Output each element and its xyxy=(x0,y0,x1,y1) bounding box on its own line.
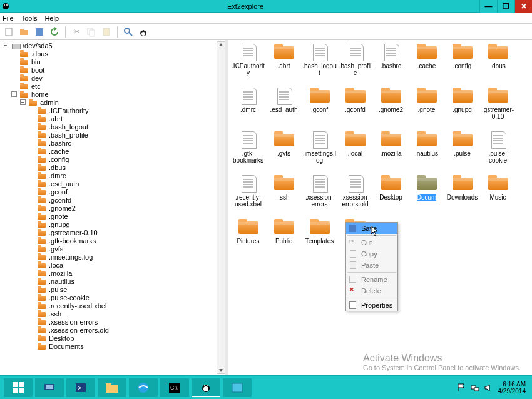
grid-item[interactable]: Templates xyxy=(302,218,337,255)
grid-item[interactable]: .xsession-errors.old xyxy=(337,174,373,211)
task-server-manager[interactable] xyxy=(35,378,64,397)
tree-node[interactable]: .gnote xyxy=(3,212,225,220)
tree-node[interactable]: .gconfd xyxy=(3,196,225,204)
tree-node[interactable]: bin xyxy=(3,58,225,66)
grid-item[interactable]: .gstreamer-0.10 xyxy=(480,86,516,124)
tree-node[interactable]: .bash_profile xyxy=(3,131,225,139)
task-powershell[interactable]: >_ xyxy=(66,378,95,397)
menu-tools[interactable]: Tools xyxy=(21,14,38,22)
ctx-paste[interactable]: Paste xyxy=(346,260,397,271)
tree-node[interactable]: .xsession-errors xyxy=(3,318,225,326)
grid-item[interactable]: .bashrc xyxy=(373,43,409,80)
task-app[interactable] xyxy=(223,378,252,397)
grid-item[interactable]: .abrt xyxy=(266,43,302,80)
tree-node[interactable]: .gnupg xyxy=(3,220,225,228)
tree-node[interactable]: .nautilus xyxy=(3,277,225,285)
tree-node[interactable]: .imsettings.log xyxy=(3,253,225,261)
task-cmd[interactable]: C:\ xyxy=(160,378,189,397)
tree-node[interactable]: Documents xyxy=(3,342,225,350)
menu-file[interactable]: File xyxy=(3,14,14,22)
grid-item[interactable]: .xsession-errors xyxy=(302,174,337,211)
tree-node[interactable]: –/dev/sda5 xyxy=(3,41,225,49)
tree-node[interactable]: .bashrc xyxy=(3,139,225,147)
menu-help[interactable]: Help xyxy=(44,14,59,22)
tree-node[interactable]: –home xyxy=(3,90,225,98)
paste-icon[interactable] xyxy=(101,26,112,38)
task-explorer[interactable] xyxy=(98,378,126,397)
task-ext2explore[interactable] xyxy=(192,378,220,397)
grid-item[interactable]: .gconfd xyxy=(337,86,373,124)
search-icon[interactable] xyxy=(123,26,134,38)
grid-item[interactable]: Downloads xyxy=(444,174,480,211)
grid-item[interactable]: .local xyxy=(337,130,373,168)
tree-node[interactable]: .recently-used.xbel xyxy=(3,301,225,310)
ctx-properties[interactable]: Properties xyxy=(346,300,397,311)
tree-node[interactable]: etc xyxy=(3,82,225,90)
grid-item[interactable]: Public xyxy=(266,218,302,255)
tree-node[interactable]: .abrt xyxy=(3,114,225,123)
grid-item[interactable]: .mozilla xyxy=(373,130,409,168)
save-icon[interactable] xyxy=(34,26,45,38)
start-button[interactable] xyxy=(4,378,33,397)
tree-node[interactable]: .gnome2 xyxy=(3,204,225,212)
maximize-button[interactable]: ❐ xyxy=(497,0,514,13)
tree-node[interactable]: .gconf xyxy=(3,188,225,196)
grid-item[interactable]: .bash_logout xyxy=(302,43,337,80)
expand-icon[interactable]: – xyxy=(20,99,26,105)
tree-node[interactable]: –admin xyxy=(3,98,225,106)
minimize-button[interactable]: — xyxy=(479,0,497,13)
grid-item[interactable]: Music xyxy=(480,174,516,211)
grid-item[interactable]: .config xyxy=(444,43,480,80)
task-ie[interactable] xyxy=(129,378,158,397)
grid-item[interactable]: .ssh xyxy=(266,174,302,211)
copy-icon[interactable] xyxy=(86,26,97,38)
ctx-delete[interactable]: Delete xyxy=(346,285,397,296)
grid-item[interactable]: .gnome2 xyxy=(373,86,409,124)
tree-node[interactable]: Desktop xyxy=(3,334,225,342)
grid-item[interactable]: .gconf xyxy=(302,86,337,124)
tree-pane[interactable]: –/dev/sda5.dbusbinbootdevetc–home–admin.… xyxy=(0,40,228,375)
ctx-rename[interactable]: Rename xyxy=(346,274,397,285)
grid-item[interactable]: .ICEauthority xyxy=(230,43,266,80)
ctx-cut[interactable]: Cut xyxy=(346,237,397,248)
tree-node[interactable]: .pulse xyxy=(3,285,225,293)
tree-node[interactable]: .local xyxy=(3,261,225,269)
cut-icon[interactable]: ✂ xyxy=(71,26,82,38)
grid-item[interactable]: Docum xyxy=(409,174,444,211)
new-icon[interactable] xyxy=(4,26,15,38)
tree-node[interactable]: boot xyxy=(3,66,225,74)
tree-node[interactable]: .esd_auth xyxy=(3,179,225,188)
grid-item[interactable]: .cache xyxy=(409,43,444,80)
grid-pane[interactable]: .ICEauthority.abrt.bash_logout.bash_prof… xyxy=(228,40,532,375)
grid-item[interactable]: .gvfs xyxy=(266,130,302,168)
tree-node[interactable]: .bash_logout xyxy=(3,123,225,131)
grid-item[interactable]: .dbus xyxy=(480,43,516,80)
tree-node[interactable]: dev xyxy=(3,74,225,82)
tray-flag-icon[interactable] xyxy=(457,383,466,392)
refresh-icon[interactable] xyxy=(49,26,60,38)
grid-item[interactable]: Desktop xyxy=(373,174,409,211)
grid-item[interactable]: .bash_profile xyxy=(337,43,373,80)
open-icon[interactable] xyxy=(19,26,30,38)
grid-item[interactable]: .pulse xyxy=(444,130,480,168)
tux-icon[interactable] xyxy=(138,26,149,38)
grid-item[interactable]: .dmrc xyxy=(230,86,266,124)
ctx-copy[interactable]: Copy xyxy=(346,248,397,260)
tree-node[interactable]: .ssh xyxy=(3,310,225,318)
grid-item[interactable]: .gtk-bookmarks xyxy=(230,130,266,168)
grid-item[interactable]: .recently-used.xbel xyxy=(230,174,266,211)
tree-node[interactable]: .mozilla xyxy=(3,269,225,277)
grid-item[interactable]: .gnupg xyxy=(444,86,480,124)
tree-node[interactable]: .config xyxy=(3,155,225,163)
expand-icon[interactable]: – xyxy=(3,43,8,48)
grid-item[interactable]: Pictures xyxy=(230,218,266,255)
grid-item[interactable]: .gnote xyxy=(409,86,444,124)
tree-scrollbar[interactable] xyxy=(217,41,225,374)
tree-node[interactable]: .ICEauthority xyxy=(3,106,225,114)
tree-node[interactable]: .dbus xyxy=(3,163,225,171)
grid-item[interactable]: .esd_auth xyxy=(266,86,302,124)
tree-node[interactable]: .gtk-bookmarks xyxy=(3,236,225,245)
tray-clock[interactable]: 6:16 AM 4/29/2014 xyxy=(498,381,526,395)
tree-node[interactable]: .xsession-errors.old xyxy=(3,326,225,334)
tree-node[interactable]: .gvfs xyxy=(3,245,225,253)
